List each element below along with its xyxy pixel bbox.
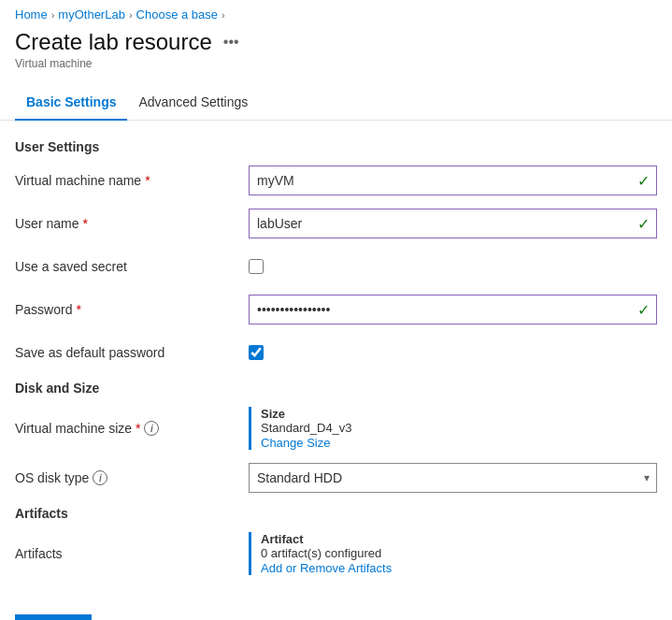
os-disk-select[interactable]: Standard HDD Standard SSD Premium SSD	[249, 463, 657, 493]
breadcrumb-lab[interactable]: myOtherLab	[58, 7, 125, 22]
os-disk-select-wrapper: Standard HDD Standard SSD Premium SSD ▾	[249, 463, 657, 493]
breadcrumb-home[interactable]: Home	[15, 7, 48, 22]
vm-name-check-icon: ✓	[637, 172, 650, 190]
os-disk-info-icon[interactable]: i	[93, 470, 107, 485]
vm-size-row: Virtual machine size * i Size Standard_D…	[15, 407, 657, 450]
artifact-heading: Artifact	[261, 532, 657, 546]
username-row: User name * ✓	[15, 209, 657, 238]
vm-name-control: ✓	[249, 166, 657, 195]
create-button[interactable]: Create	[15, 614, 92, 620]
username-input[interactable]	[249, 209, 657, 238]
breadcrumb-sep-2: ›	[129, 9, 133, 21]
vm-name-required: *	[145, 173, 150, 188]
footer: Create	[0, 603, 672, 620]
password-check-icon: ✓	[637, 301, 650, 319]
page-title: Create lab resource	[15, 29, 212, 55]
vm-size-display: Size Standard_D4_v3 Change Size	[249, 407, 657, 450]
user-settings-section-title: User Settings	[15, 139, 657, 154]
tab-bar: Basic Settings Advanced Settings	[0, 85, 672, 121]
vm-size-label: Virtual machine size * i	[15, 421, 249, 436]
save-default-checkbox[interactable]	[249, 345, 264, 360]
artifact-link[interactable]: Add or Remove Artifacts	[261, 561, 392, 575]
vm-name-label: Virtual machine name *	[15, 173, 249, 188]
form-content: User Settings Virtual machine name * ✓ U…	[0, 121, 672, 603]
vm-name-row: Virtual machine name * ✓	[15, 166, 657, 195]
save-default-row: Save as default password	[15, 338, 657, 368]
artifacts-label: Artifacts	[15, 546, 249, 561]
username-check-icon: ✓	[637, 215, 650, 233]
password-label: Password *	[15, 302, 249, 317]
password-input[interactable]	[249, 295, 657, 324]
vm-size-info-icon[interactable]: i	[144, 421, 159, 436]
saved-secret-control	[249, 259, 657, 274]
artifacts-row: Artifacts Artifact 0 artifact(s) configu…	[15, 532, 657, 575]
save-default-control	[249, 345, 657, 360]
username-required: *	[82, 216, 87, 231]
saved-secret-checkbox[interactable]	[249, 259, 264, 274]
username-control: ✓	[249, 209, 657, 238]
page-subtitle: Virtual machine	[15, 57, 657, 70]
os-disk-row: OS disk type i Standard HDD Standard SSD…	[15, 463, 657, 493]
tab-advanced-settings[interactable]: Advanced Settings	[127, 85, 259, 121]
breadcrumb: Home › myOtherLab › Choose a base ›	[0, 0, 672, 25]
artifact-display: Artifact 0 artifact(s) configured Add or…	[249, 532, 657, 575]
page-header: Create lab resource ••• Virtual machine	[0, 25, 672, 78]
size-heading: Size	[261, 407, 657, 421]
password-row: Password * ✓	[15, 295, 657, 324]
change-size-link[interactable]: Change Size	[261, 436, 330, 450]
tab-basic-settings[interactable]: Basic Settings	[15, 85, 127, 121]
username-label: User name *	[15, 216, 249, 231]
breadcrumb-choose-base[interactable]: Choose a base	[136, 7, 218, 22]
breadcrumb-sep-3: ›	[222, 9, 225, 21]
save-default-label: Save as default password	[15, 345, 249, 360]
artifacts-section-title: Artifacts	[15, 506, 657, 521]
breadcrumb-sep-1: ›	[51, 9, 55, 21]
more-options-button[interactable]: •••	[220, 32, 243, 52]
disk-size-section-title: Disk and Size	[15, 381, 657, 396]
vm-name-input[interactable]	[249, 166, 657, 195]
size-value: Standard_D4_v3	[261, 421, 657, 435]
saved-secret-row: Use a saved secret	[15, 252, 657, 281]
saved-secret-label: Use a saved secret	[15, 259, 249, 274]
password-required: *	[76, 302, 80, 317]
artifact-count: 0 artifact(s) configured	[261, 546, 657, 560]
password-control: ✓	[249, 295, 657, 324]
vm-size-required: *	[136, 421, 140, 436]
os-disk-label: OS disk type i	[15, 470, 249, 485]
